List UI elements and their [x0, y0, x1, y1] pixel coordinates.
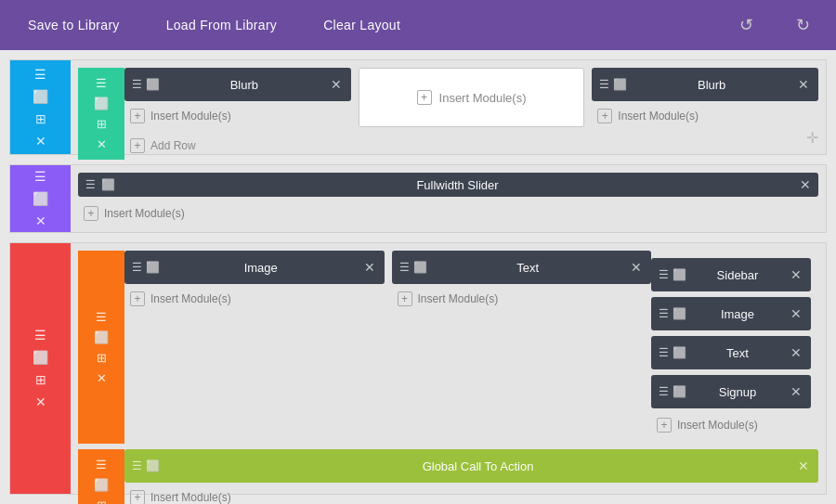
section-1-move-icon[interactable]: ✛	[806, 129, 818, 147]
image-r-screen-icon[interactable]: ⬜	[673, 307, 686, 320]
row-screen-icon[interactable]: ⬜	[92, 96, 111, 111]
text-module-right: ☰ ⬜ Text ✕	[651, 336, 811, 369]
section-3-row-1: ☰ ⬜ ⊞ ✕ ☰ ⬜ Image ✕	[78, 251, 818, 444]
image-screen-icon[interactable]: ⬜	[146, 261, 160, 274]
row-grid-icon[interactable]: ⊞	[95, 116, 109, 132]
cta-insert-label: Insert Module(s)	[150, 491, 231, 504]
fullwidth-slider-bar: ☰ ⬜ Fullwidth Slider ✕	[78, 173, 818, 197]
module-screen-icon[interactable]: ⬜	[146, 78, 160, 91]
row-hamburger-icon[interactable]: ☰	[94, 75, 109, 91]
module-screen-icon-2[interactable]: ⬜	[613, 78, 627, 91]
text-module: ☰ ⬜ Text ✕	[392, 251, 652, 284]
text-column: ☰ ⬜ Text ✕ + Insert Module(s)	[392, 251, 652, 310]
insert-module-btn-empty[interactable]: + Insert Module(s)	[359, 68, 585, 127]
insert-module-1[interactable]: + Insert Module(s)	[124, 105, 351, 127]
sidebar-close-button[interactable]: ✕	[789, 267, 803, 282]
clear-layout-button[interactable]: Clear Layout	[314, 10, 410, 40]
undo-button[interactable]: ↺	[732, 11, 761, 39]
row3b-screen-icon[interactable]: ⬜	[92, 477, 111, 493]
insert-label-3: Insert Module(s)	[618, 110, 699, 123]
text-r-screen-icon[interactable]: ⬜	[673, 346, 686, 359]
redo-button[interactable]: ↻	[789, 11, 817, 39]
image-column: ☰ ⬜ Image ✕ + Insert Module(s)	[124, 251, 385, 310]
blurb-2-close-button[interactable]: ✕	[796, 77, 811, 92]
toolbar: Save to Library Load From Library Clear …	[0, 0, 836, 50]
row3-screen-icon[interactable]: ⬜	[92, 330, 111, 345]
add-row-button[interactable]: + Add Row	[124, 135, 818, 157]
text-hamburger-icon[interactable]: ☰	[399, 261, 410, 274]
section-2-body: ☰ ⬜ Fullwidth Slider ✕ + Insert Module(s…	[71, 165, 826, 232]
row3b-hamburger-icon[interactable]: ☰	[94, 457, 109, 472]
fullwidth-slider-label: Fullwidth Slider	[121, 178, 794, 192]
section-3-columns-row: ☰ ⬜ Image ✕ + Insert Module(s)	[124, 251, 651, 310]
module-hamburger-icon-2[interactable]: ☰	[599, 78, 609, 91]
section-1: ☰ ⬜ ⊞ ✕ ☰ ⬜ ⊞ ✕ ☰	[9, 59, 827, 155]
insert-module-right[interactable]: + Insert Module(s)	[651, 414, 811, 436]
image-r-close-button[interactable]: ✕	[789, 306, 803, 321]
image-module-right: ☰ ⬜ Image ✕	[651, 297, 811, 330]
row3b-grid-icon[interactable]: ⊞	[95, 498, 109, 504]
signup-screen-icon[interactable]: ⬜	[673, 385, 686, 398]
cta-module: ☰ ⬜ Global Call To Action ✕	[124, 449, 818, 483]
section-1-row-1: ☰ ⬜ ⊞ ✕ ☰ ⬜ Blurb ✕	[78, 68, 818, 160]
text-insert-label: Insert Module(s)	[418, 292, 499, 305]
load-from-library-button[interactable]: Load From Library	[157, 10, 286, 40]
insert-module-image[interactable]: + Insert Module(s)	[124, 288, 385, 310]
module-hamburger-icon[interactable]: ☰	[132, 78, 142, 91]
insert-module-text[interactable]: + Insert Module(s)	[392, 288, 652, 310]
section-3-row-2-sidebar: ☰ ⬜ ⊞	[78, 449, 124, 504]
image-label: Image	[163, 261, 359, 275]
slider-close-button[interactable]: ✕	[800, 177, 811, 192]
section-2-close-icon[interactable]: ✕	[33, 213, 48, 229]
text-screen-icon[interactable]: ⬜	[413, 261, 427, 274]
section-3-close-icon[interactable]: ✕	[33, 394, 48, 410]
signup-close-button[interactable]: ✕	[789, 384, 803, 399]
image-close-button[interactable]: ✕	[362, 260, 377, 275]
section-3-row-1-columns: ☰ ⬜ Image ✕ + Insert Module(s)	[124, 251, 651, 444]
column-3-blurb: ☰ ⬜ Blurb ✕ + Insert Module(s)	[592, 68, 818, 127]
save-to-library-button[interactable]: Save to Library	[19, 10, 129, 40]
cta-screen-icon[interactable]: ⬜	[146, 459, 160, 472]
empty-plus-icon: +	[417, 90, 432, 105]
insert-module-cta[interactable]: + Insert Module(s)	[124, 486, 818, 504]
section-3-screen-icon[interactable]: ⬜	[31, 349, 50, 366]
text-close-button[interactable]: ✕	[629, 260, 644, 275]
cta-label: Global Call To Action	[163, 459, 792, 473]
row-close-icon[interactable]: ✕	[95, 136, 109, 152]
slider-hamburger-icon[interactable]: ☰	[85, 178, 96, 191]
blurb-2-label: Blurb	[631, 78, 792, 92]
text-insert-plus-icon: +	[398, 291, 412, 306]
row3-close-icon[interactable]: ✕	[95, 370, 109, 386]
slider-screen-icon[interactable]: ⬜	[101, 178, 115, 191]
image-hamburger-icon[interactable]: ☰	[132, 261, 142, 274]
row3-hamburger-icon[interactable]: ☰	[94, 309, 109, 325]
image-r-hamburger-icon[interactable]: ☰	[659, 307, 669, 320]
sidebar-screen-icon[interactable]: ⬜	[673, 268, 686, 281]
image-module: ☰ ⬜ Image ✕	[124, 251, 385, 284]
insert-module-3[interactable]: + Insert Module(s)	[592, 105, 818, 127]
section-1-grid-icon[interactable]: ⊞	[33, 110, 48, 127]
main-canvas: ☰ ⬜ ⊞ ✕ ☰ ⬜ ⊞ ✕ ☰	[0, 50, 836, 504]
cta-close-button[interactable]: ✕	[796, 459, 811, 473]
section-1-close-icon[interactable]: ✕	[33, 133, 48, 149]
text-r-hamburger-icon[interactable]: ☰	[659, 346, 669, 359]
text-r-label: Text	[690, 346, 785, 360]
section-3-hamburger-icon[interactable]: ☰	[33, 327, 48, 343]
section-3-grid-icon[interactable]: ⊞	[33, 371, 48, 388]
blurb-module-2: ☰ ⬜ Blurb ✕	[592, 68, 818, 101]
row3-grid-icon[interactable]: ⊞	[95, 350, 109, 366]
signup-hamburger-icon[interactable]: ☰	[659, 385, 669, 398]
section-2-hamburger-icon[interactable]: ☰	[33, 168, 48, 185]
column-2-empty: + Insert Module(s)	[359, 68, 585, 127]
sidebar-hamburger-icon[interactable]: ☰	[659, 268, 669, 281]
column-1-blurb: ☰ ⬜ Blurb ✕ + Insert Module(s)	[124, 68, 351, 127]
insert-module-slider[interactable]: + Insert Module(s)	[78, 202, 818, 225]
blurb-1-close-button[interactable]: ✕	[329, 77, 344, 92]
empty-insert-label: Insert Module(s)	[439, 91, 527, 105]
section-2-screen-icon[interactable]: ⬜	[31, 190, 50, 207]
text-r-close-button[interactable]: ✕	[789, 345, 803, 360]
section-1-row-columns: ☰ ⬜ Blurb ✕ + Insert Module(s)	[124, 68, 818, 160]
section-1-hamburger-icon[interactable]: ☰	[33, 66, 48, 83]
section-1-screen-icon[interactable]: ⬜	[31, 88, 50, 105]
cta-hamburger-icon[interactable]: ☰	[132, 459, 142, 472]
